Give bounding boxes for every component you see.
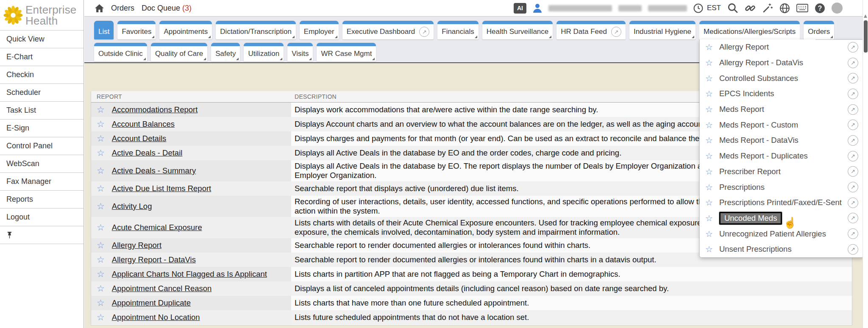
breadcrumb-doc-queue[interactable]: Doc Queue [142,4,180,13]
report-link-allergy-report-datavis[interactable]: Allergy Report - DataVis [112,255,196,264]
tab-employer[interactable]: Employer [300,21,339,39]
favorite-star-icon[interactable]: ☆ [97,133,105,144]
tab-safety[interactable]: Safety [211,43,240,61]
tab-utilization[interactable]: Utilization [244,43,284,61]
link-icon[interactable] [745,3,756,14]
open-in-new-icon[interactable]: ↗ [848,228,858,239]
tab-wr-case-mgmt[interactable]: WR Case Mgmt [317,43,376,61]
report-link-appointment-cancel-reason[interactable]: Appointment Cancel Reason [112,284,212,293]
favorite-star-icon[interactable]: ☆ [97,240,105,250]
favorite-star-icon[interactable]: ☆ [97,269,105,279]
search-icon[interactable] [727,3,738,14]
app-logo[interactable]: Enterprise Health [0,0,83,31]
report-link-accommodations-report[interactable]: Accommodations Report [112,105,198,114]
tab-visits[interactable]: Visits [287,43,313,61]
open-in-new-icon[interactable]: ↗ [848,166,858,177]
favorite-star-icon[interactable]: ☆ [97,119,105,129]
report-link-account-details[interactable]: Account Details [112,134,167,143]
sidebar-item-quick-view[interactable]: Quick View [0,31,83,48]
tab-list[interactable]: List [94,21,114,39]
favorite-star-icon[interactable]: ☆ [705,120,713,130]
favorite-star-icon[interactable]: ☆ [97,148,105,158]
sidebar-item-checkin[interactable]: Checkin [0,66,83,84]
favorite-star-icon[interactable]: ☆ [705,89,713,99]
report-link-acute-chemical-exposure[interactable]: Acute Chemical Exposure [112,223,202,232]
menu-item-uncoded-meds[interactable]: ☆Uncoded Meds☝↗ [700,211,863,226]
menu-item-meds-report-custom[interactable]: ☆Meds Report - Custom↗ [700,117,863,133]
menu-item-allergy-report-datavis[interactable]: ☆Allergy Report - DataVis↗ [700,55,863,71]
user-icon[interactable] [533,3,542,13]
sidebar-item-reports[interactable]: Reports [0,191,83,208]
menu-item-allergy-report[interactable]: ☆Allergy Report↗ [700,39,863,55]
open-in-new-icon[interactable]: ↗ [848,197,858,208]
favorite-star-icon[interactable]: ☆ [705,58,713,68]
report-link-active-due-list-items-report[interactable]: Active Due List Items Report [112,184,211,193]
favorite-star-icon[interactable]: ☆ [97,255,105,265]
open-in-new-icon[interactable]: ↗ [848,135,858,146]
tab-financials[interactable]: Financials [437,21,479,39]
menu-item-unsent-prescriptions[interactable]: ☆Unsent Prescriptions↗ [700,242,863,257]
report-link-activity-log[interactable]: Activity Log [112,202,152,211]
report-link-active-deals-summary[interactable]: Active Deals - Summary [112,166,196,175]
tab-dictation-transcription[interactable]: Dictation/Transcription [216,21,296,39]
favorite-star-icon[interactable]: ☆ [705,151,713,161]
favorite-star-icon[interactable]: ☆ [97,166,105,176]
sidebar-pin-button[interactable] [0,226,83,244]
favorite-star-icon[interactable]: ☆ [97,298,105,308]
favorite-star-icon[interactable]: ☆ [97,284,105,294]
open-in-new-icon[interactable]: ↗ [848,104,858,115]
open-in-new-icon[interactable]: ↗ [848,89,858,99]
tab-medications-allergies-scripts[interactable]: Medications/Allergies/Scripts☆Allergy Re… [699,21,800,39]
vertical-scrollbar[interactable] [862,0,868,328]
tab-outside-clinic[interactable]: Outside Clinic [94,43,147,61]
external-link-icon[interactable]: ↗ [419,27,429,37]
sidebar-item-e-sign[interactable]: E-Sign [0,120,83,137]
scroll-up-arrow-icon[interactable] [864,14,867,18]
sidebar-item-e-chart[interactable]: E-Chart [0,48,83,66]
tab-orders[interactable]: Orders [804,21,834,39]
open-in-new-icon[interactable]: ↗ [848,244,858,255]
menu-item-meds-report-duplicates[interactable]: ☆Meds Report - Duplicates↗ [700,148,863,164]
menu-item-prescriber-report[interactable]: ☆Prescriber Report↗ [700,164,863,180]
open-in-new-icon[interactable]: ↗ [848,42,858,53]
globe-icon[interactable] [779,3,790,14]
tab-favorites[interactable]: Favorites [117,21,156,39]
menu-item-prescriptions[interactable]: ☆Prescriptions↗ [700,179,863,195]
favorite-star-icon[interactable]: ☆ [705,229,713,239]
ai-badge[interactable]: AI [514,3,526,14]
favorite-star-icon[interactable]: ☆ [705,73,713,83]
favorite-star-icon[interactable]: ☆ [705,197,713,208]
avatar[interactable] [832,3,843,14]
open-in-new-icon[interactable]: ↗ [848,73,858,83]
open-in-new-icon[interactable]: ↗ [848,120,858,130]
sidebar-item-fax-manager[interactable]: Fax Manager [0,173,83,191]
menu-item-controlled-substances[interactable]: ☆Controlled Substances↗ [700,70,863,86]
favorite-star-icon[interactable]: ☆ [705,213,713,223]
report-link-account-balances[interactable]: Account Balances [112,120,175,129]
sidebar-item-control-panel[interactable]: Control Panel [0,137,83,155]
sidebar-item-webscan[interactable]: WebScan [0,155,83,173]
favorite-star-icon[interactable]: ☆ [705,182,713,192]
wand-icon[interactable] [762,3,773,14]
tab-industrial-hygiene[interactable]: Industrial Hygiene [629,21,696,39]
favorite-star-icon[interactable]: ☆ [705,244,713,254]
menu-item-unrecognized-patient-allergies[interactable]: ☆Unrecognized Patient Allergies↗ [700,226,863,242]
favorite-star-icon[interactable]: ☆ [705,167,713,177]
home-icon[interactable] [95,4,104,12]
open-in-new-icon[interactable]: ↗ [848,58,858,68]
favorite-star-icon[interactable]: ☆ [97,222,105,233]
favorite-star-icon[interactable]: ☆ [97,183,105,194]
tab-health-surveillance[interactable]: Health Surveillance [482,21,553,39]
sidebar-item-scheduler[interactable]: Scheduler [0,84,83,102]
report-link-active-deals-detail[interactable]: Active Deals - Detail [112,148,183,158]
favorite-star-icon[interactable]: ☆ [705,104,713,114]
report-link-allergy-report[interactable]: Allergy Report [112,241,161,250]
favorite-star-icon[interactable]: ☆ [97,105,105,115]
tab-hr-data-feed[interactable]: HR Data Feed↗ [556,21,626,39]
menu-item-prescriptions-printed-faxed-e-sent[interactable]: ☆Prescriptions Printed/Faxed/E-Sent↗ [700,195,863,211]
report-link-appointment-duplicate[interactable]: Appointment Duplicate [112,298,191,308]
sidebar-item-task-list[interactable]: Task List [0,102,83,120]
favorite-star-icon[interactable]: ☆ [705,135,713,145]
clock-icon[interactable] [693,3,703,13]
tab-quality-of-care[interactable]: Quality of Care [151,43,207,61]
